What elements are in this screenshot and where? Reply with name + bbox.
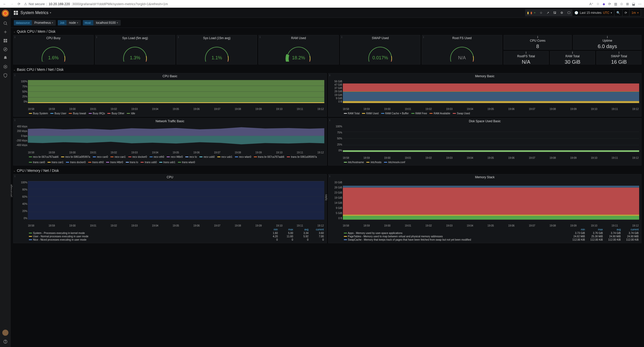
add-panel-button[interactable]: ▮▮+ [525, 9, 538, 16]
var-job[interactable]: Jobnode▾ [58, 20, 81, 26]
table-row[interactable]: Apps - Memory used by user-space applica… [344, 231, 639, 235]
sidebar-icon[interactable]: ▥ [614, 2, 617, 6]
legend-item[interactable]: RAM Cache + Buffer [381, 112, 409, 115]
config-icon[interactable] [3, 64, 8, 69]
favorite-icon[interactable]: ☆ [596, 2, 600, 6]
panel-memory-basic[interactable]: i Memory Basic 56 GiB47 GiB37 GiB28 GiB1… [328, 73, 642, 117]
legend-item[interactable]: recv docker0 [128, 155, 147, 158]
chevron-down-icon[interactable]: ▾ [50, 11, 51, 14]
legend-item[interactable]: /etc/hosts [366, 161, 381, 164]
gauge-sys_load15[interactable]: i Sys Load (15m avg) 1.1% [177, 35, 257, 64]
legend-item[interactable]: RAM Total [344, 112, 360, 115]
legend-item[interactable]: recv usb1 [217, 155, 232, 158]
legend-item[interactable]: Swap Used [453, 112, 470, 115]
refresh-button[interactable]: ⟳ [623, 9, 629, 16]
table-row[interactable]: SwapCache - Memory that keeps track of p… [344, 238, 639, 241]
star-button[interactable]: ☆ [538, 9, 545, 16]
settings-button[interactable]: ⚙ [558, 9, 565, 16]
gauge-cpu_busy[interactable]: i CPU Busy 1.6% [13, 35, 94, 64]
row-header-quick[interactable]: ⌄Quick CPU / Mem / Disk [11, 28, 644, 35]
legend-item[interactable]: recv l4tbr0 [167, 155, 183, 158]
refresh2-icon[interactable]: ⟳ [608, 2, 611, 6]
legend-item[interactable]: Idle [127, 112, 135, 115]
legend-item[interactable]: recv wlan0 [235, 155, 251, 158]
legend-item[interactable]: trans lo [126, 161, 138, 164]
legend-item[interactable]: Busy User [50, 112, 66, 115]
refresh-interval-picker[interactable]: 1m▾ [629, 9, 641, 16]
plus-icon[interactable] [3, 30, 8, 34]
legend-item[interactable]: recv br-567ca767aab6 [29, 155, 59, 158]
var-datasource[interactable]: datasourcePrometheus▾ [14, 20, 56, 26]
table-row[interactable]: System - Processes executing in kernel m… [29, 231, 324, 235]
legend-item[interactable]: trans wlan0 [178, 161, 195, 164]
panel-disk-basic[interactable]: i Disk Space Used Basic 100%75%50%25%0% … [328, 118, 642, 165]
explore-icon[interactable] [3, 47, 8, 52]
legend-item[interactable]: /etc/hostname [344, 161, 364, 164]
gauge-swap_used[interactable]: i SWAP Used 0.017% [340, 35, 421, 64]
legend-item[interactable]: recv br-5861a5f5997a [61, 155, 90, 158]
collections-icon[interactable]: ⊞ [626, 2, 629, 6]
var-host[interactable]: Host:localhost:9100▾ [83, 20, 121, 26]
panel-memory-stack[interactable]: i Memory Stack bytes 33 GiB28 GiB23 GiB1… [328, 174, 642, 243]
dashboard-title[interactable]: System Metrics [20, 10, 48, 15]
legend-item[interactable]: recv can0 [93, 155, 108, 158]
stat-cores[interactable]: iCPU Cores8 [504, 35, 572, 50]
extension-icon[interactable]: ◆ [603, 2, 605, 6]
back-icon[interactable]: ← [3, 2, 7, 6]
legend-item[interactable]: trans can1 [48, 161, 64, 164]
view-mode-button[interactable]: 🖵 [565, 9, 572, 16]
table-row[interactable]: User - Normal processes executing in use… [29, 235, 324, 238]
legend-item[interactable]: Busy IRQs [89, 112, 105, 115]
legend-item[interactable]: trans usb0 [141, 161, 157, 164]
panel-network-basic[interactable]: i Network Traffic Basic 400 kbps200 kbps… [13, 118, 327, 165]
legend-item[interactable]: trans br-5861a5f5997a [287, 155, 317, 158]
legend-item[interactable]: Busy Iowait [69, 112, 86, 115]
time-range-picker[interactable]: 🕘 Last 15 minutes UTC ▾ [572, 9, 614, 16]
user-avatar-icon[interactable] [2, 330, 8, 336]
zoom-out-button[interactable]: 🔍 [614, 9, 623, 16]
legend-item[interactable]: recv usb0 [199, 155, 214, 158]
panel-cpu-detail[interactable]: i CPU percentage 100%80%60%40%20%0% 18:5… [13, 174, 327, 243]
row-header-basic[interactable]: ⌄Basic CPU / Mem / Net / Disk [11, 66, 644, 73]
search-icon[interactable] [3, 21, 8, 26]
address-bar[interactable]: ⚠ Not secure | 10.20.169.220:3000/grafan… [24, 2, 586, 6]
forward-icon[interactable]: → [10, 2, 14, 6]
save-button[interactable]: 🖫 [551, 9, 558, 16]
legend-item[interactable]: RAM Free [411, 112, 427, 115]
read-aloud-icon[interactable]: A⁺ [589, 2, 593, 6]
reload-icon[interactable]: ⟳ [17, 2, 21, 6]
help-icon[interactable] [3, 339, 8, 344]
legend-item[interactable]: trans l4tbr0 [106, 161, 123, 164]
shield-icon[interactable] [3, 73, 8, 78]
legend-item[interactable]: /etc/resolv.conf [384, 161, 405, 164]
dashboard-icon[interactable] [14, 11, 18, 15]
stat-uptime[interactable]: iUptime6.0 days [573, 35, 641, 50]
legend-item[interactable]: trans eth0 [88, 161, 104, 164]
stat-swap_total[interactable]: iSWAP Total16 GiB [596, 51, 641, 64]
gauge-rootfs[interactable]: i Root FS Used N/A [422, 35, 502, 64]
favorites-icon[interactable]: ✩ [620, 2, 623, 6]
extensions-icon[interactable]: ⬓ [632, 2, 635, 6]
grafana-logo-icon[interactable] [2, 10, 9, 17]
legend-item[interactable]: recv can1 [110, 155, 126, 158]
legend-item[interactable]: recv eth0 [150, 155, 164, 158]
legend-item[interactable]: trans docker0 [66, 161, 86, 164]
legend-item[interactable]: RAM Used [362, 112, 378, 115]
gauge-sys_load5[interactable]: i Sys Load (5m avg) 1.3% [95, 35, 175, 64]
stat-rootfs_total[interactable]: iRootFS TotalN/A [504, 51, 549, 64]
gauge-ram_used[interactable]: i RAM Used 18.2% [258, 35, 339, 64]
legend-item[interactable]: trans can0 [29, 161, 45, 164]
menu-icon[interactable]: ⋯ [638, 2, 641, 6]
share-button[interactable]: ↗ [545, 9, 551, 16]
legend-item[interactable]: recv lo [185, 155, 197, 158]
table-row[interactable]: Nice - Niced processes executing in user… [29, 238, 324, 241]
table-row[interactable]: PageTables - Memory used to map between … [344, 235, 639, 238]
alert-icon[interactable] [3, 56, 8, 60]
legend-item[interactable]: Busy System [29, 112, 48, 115]
legend-item[interactable]: RAM Available [430, 112, 450, 115]
legend-item[interactable]: Busy Other [107, 112, 124, 115]
dashboards-icon[interactable] [3, 38, 8, 43]
stat-ram_total[interactable]: iRAM Total30 GiB [550, 51, 595, 64]
legend-item[interactable]: trans usb1 [159, 161, 175, 164]
legend-item[interactable]: trans br-567ca767aab6 [254, 155, 284, 158]
